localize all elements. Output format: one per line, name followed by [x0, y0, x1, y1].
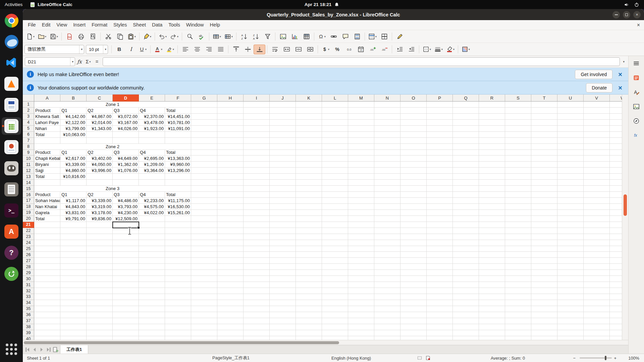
cell-i13[interactable]: [244, 174, 270, 180]
horizontal-scrollbar-thumb[interactable]: [24, 341, 339, 344]
cell-l25[interactable]: [322, 246, 348, 252]
cell-m38[interactable]: [348, 324, 374, 330]
cell-g40[interactable]: [191, 336, 217, 340]
cell-g14[interactable]: [191, 180, 217, 186]
cell-a7[interactable]: [34, 138, 60, 144]
column-header-f[interactable]: F: [165, 95, 191, 102]
cell-q21[interactable]: [453, 222, 479, 228]
cell-d40[interactable]: [113, 336, 139, 340]
cell-s13[interactable]: [505, 174, 531, 180]
cell-j7[interactable]: [270, 138, 296, 144]
cell-u32[interactable]: [557, 288, 584, 294]
cell-e33[interactable]: [139, 294, 165, 300]
cell-j12[interactable]: [270, 168, 296, 174]
cell-k14[interactable]: [296, 180, 322, 186]
cell-r16[interactable]: [479, 192, 505, 198]
cell-t14[interactable]: [531, 180, 557, 186]
dropdown-arrow-icon[interactable]: ▾: [57, 35, 58, 38]
cell-l40[interactable]: [322, 336, 348, 340]
cell-w29[interactable]: [610, 270, 622, 276]
cell-p18[interactable]: [427, 204, 453, 210]
column-header-m[interactable]: M: [348, 95, 374, 102]
cell-e3[interactable]: ¥2,370.00: [139, 114, 165, 120]
cell-s18[interactable]: [505, 204, 531, 210]
cell-b2[interactable]: Q1: [60, 108, 87, 114]
cell-o23[interactable]: [400, 234, 427, 240]
cell-i8[interactable]: [244, 144, 270, 150]
cell-r28[interactable]: [479, 264, 505, 270]
cell-p21[interactable]: [427, 222, 453, 228]
row-header-24[interactable]: 24: [23, 240, 34, 246]
cell-g4[interactable]: [191, 120, 217, 126]
title-bar[interactable]: Quarterly_Product_Sales_by_Zone.xlsx - L…: [23, 9, 644, 20]
cell-a10[interactable]: Chapli Kebab: [34, 156, 60, 162]
cell-r13[interactable]: [479, 174, 505, 180]
cell-b5[interactable]: ¥3,799.00: [60, 126, 87, 132]
row-header-5[interactable]: 5: [23, 126, 34, 132]
donate-button[interactable]: Donate: [586, 83, 612, 93]
format-as-date-button[interactable]: 15: [355, 45, 367, 54]
cell-l4[interactable]: [322, 120, 348, 126]
cell-f35[interactable]: [165, 306, 191, 312]
cell-t5[interactable]: [531, 126, 557, 132]
cell-m22[interactable]: [348, 228, 374, 234]
cell-d10[interactable]: ¥4,649.00: [113, 156, 139, 162]
cell-c18[interactable]: ¥3,319.00: [87, 204, 113, 210]
row-header-36[interactable]: 36: [23, 312, 34, 318]
cell-r21[interactable]: [479, 222, 505, 228]
cell-i32[interactable]: [244, 288, 270, 294]
cell-j5[interactable]: [270, 126, 296, 132]
cell-v32[interactable]: [584, 288, 610, 294]
cell-u36[interactable]: [557, 312, 584, 318]
insert-comment-button[interactable]: [339, 32, 351, 41]
merge-cells-button[interactable]: [292, 45, 304, 54]
select-sum-button[interactable]: Σ▾: [84, 57, 93, 66]
column-header-l[interactable]: L: [322, 95, 348, 102]
cell-g18[interactable]: [191, 204, 217, 210]
cell-g36[interactable]: [191, 312, 217, 318]
cell-v36[interactable]: [584, 312, 610, 318]
undo-button[interactable]: ▾: [157, 32, 168, 41]
column-header-c[interactable]: C: [87, 95, 113, 102]
cell-k19[interactable]: [296, 210, 322, 216]
cell-s39[interactable]: [505, 330, 531, 336]
cell-a23[interactable]: [34, 234, 60, 240]
cell-j24[interactable]: [270, 240, 296, 246]
cell-t35[interactable]: [531, 306, 557, 312]
cell-p7[interactable]: [427, 138, 453, 144]
cell-c11[interactable]: ¥4,050.00: [87, 162, 113, 168]
column-header-h[interactable]: H: [217, 95, 244, 102]
cell-j2[interactable]: [270, 108, 296, 114]
cell-i11[interactable]: [244, 162, 270, 168]
cell-f7[interactable]: [165, 138, 191, 144]
cell-t7[interactable]: [531, 138, 557, 144]
cell-j1[interactable]: [270, 102, 296, 108]
cell-c23[interactable]: [87, 234, 113, 240]
cell-j13[interactable]: [270, 174, 296, 180]
cell-v37[interactable]: [584, 318, 610, 324]
cell-o8[interactable]: [400, 144, 427, 150]
cell-o22[interactable]: [400, 228, 427, 234]
border-style-button[interactable]: ▾: [433, 45, 444, 54]
cell-q16[interactable]: [453, 192, 479, 198]
cell-n7[interactable]: [374, 138, 400, 144]
sidebar-functions-button[interactable]: fx: [631, 130, 641, 140]
row-header-29[interactable]: 29: [23, 270, 34, 276]
sheet-count[interactable]: Sheet 1 of 1: [27, 356, 50, 361]
cell-w5[interactable]: [610, 126, 622, 132]
cell-w21[interactable]: [610, 222, 622, 228]
cell-m1[interactable]: [348, 102, 374, 108]
center-vertically-button[interactable]: [242, 45, 254, 54]
cell-m33[interactable]: [348, 294, 374, 300]
insert-special-character-button[interactable]: Ω▾: [316, 32, 328, 41]
dropdown-arrow-icon[interactable]: ▾: [173, 48, 174, 51]
cell-b24[interactable]: [60, 240, 87, 246]
cell-v11[interactable]: [584, 162, 610, 168]
row-header-14[interactable]: 14: [23, 180, 34, 186]
cell-f38[interactable]: [165, 324, 191, 330]
cell-t3[interactable]: [531, 114, 557, 120]
column-header-i[interactable]: I: [244, 95, 270, 102]
cell-s8[interactable]: [505, 144, 531, 150]
cell-t38[interactable]: [531, 324, 557, 330]
horizontal-scrollbar[interactable]: [23, 340, 628, 345]
